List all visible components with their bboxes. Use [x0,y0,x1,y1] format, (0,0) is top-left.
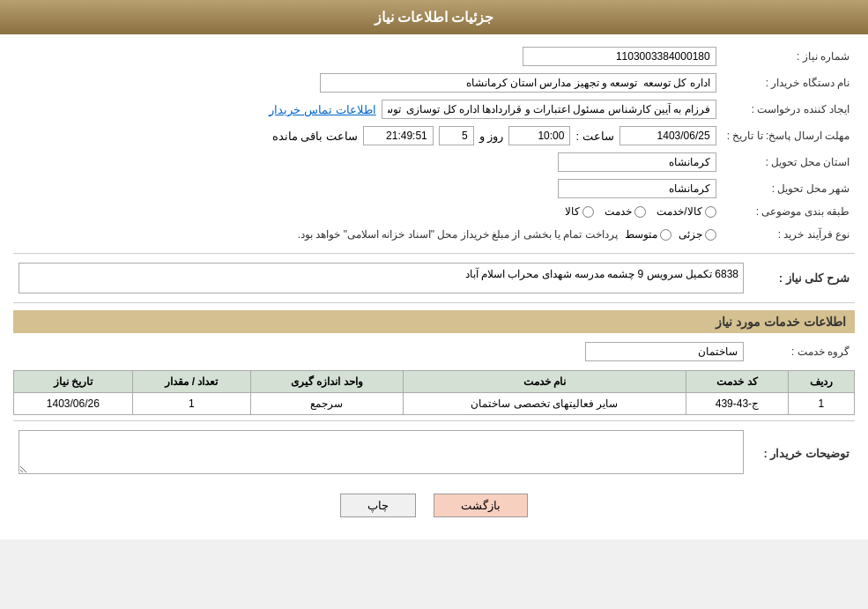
col-tarikh: تاریخ نیاز [14,371,133,393]
mohlet-cell: ساعت : روز و ساعت باقی مانده [13,123,722,149]
kala-label: کالا [565,205,580,218]
info-table: شماره نیاز : نام دستگاه خریدار : [13,43,855,248]
page-title: جزئیات اطلاعات نیاز [375,10,494,25]
ijad-konande-input[interactable] [382,100,716,119]
radio-khadamat-input[interactable] [634,206,646,218]
row-tozihat: توضیحات خریدار : [13,427,855,480]
ostan-input[interactable] [558,152,716,172]
baqi-mande-label: ساعت باقی مانده [272,130,358,143]
empty-cell-1 [40,43,216,70]
group-table: گروه خدمت : [13,338,855,365]
row-shahr: شهر محل تحویل : [13,175,855,202]
process-description: پرداخت تمام یا بخشی از مبلغ خریداز محل "… [298,228,618,241]
row-nam-dastgah: نام دستگاه خریدار : [13,70,855,96]
shahr-label: شهر محل تحویل : [722,175,855,202]
services-tbody: 1ج-43-439سایر فعالیتهای تخصصی ساختمانسرج… [14,393,855,415]
back-button[interactable]: بازگشت [434,494,528,517]
services-section-title: اطلاعات خدمات مورد نیاز [13,310,855,333]
shomara-niaz-cell [216,43,722,70]
divider-3 [13,420,855,421]
nooe-farayand-label: نوع فرآیند خرید : [722,221,855,248]
roz-label: روز و [479,130,504,143]
group-cell [13,338,749,365]
divider-1 [13,253,855,254]
row-sharh: شرح کلی نیاز : 6838 تکمیل سرویس 9 چشمه م… [13,259,855,297]
radio-jozii-input[interactable] [705,229,716,241]
nam-dastgah-label: نام دستگاه خریدار : [722,70,855,96]
process-group: جزئی متوسط پرداخت تمام یا بخشی از مبلغ خ… [19,225,716,244]
radio-kala-khadamat[interactable]: کالا/خدمت [657,205,716,218]
radio-kala-khadamat-input[interactable] [705,206,716,218]
print-button[interactable]: چاپ [340,494,416,517]
page-container: جزئیات اطلاعات نیاز شماره نیاز : نام دست… [0,0,868,539]
saat-label: ساعت : [575,130,613,143]
cell-unit: سرجمع [251,393,403,415]
jozii-label: جزئی [679,228,702,241]
cell-code: ج-43-439 [686,393,788,415]
group-input[interactable] [585,342,744,361]
nam-dastgah-input[interactable] [320,73,716,93]
cell-tedad: 1 [132,393,251,415]
shahr-cell [13,175,722,202]
services-table-header: ردیف کد خدمت نام خدمت واحد اندازه گیری ت… [14,371,855,393]
row-shomara-niaz: شماره نیاز : [13,43,855,70]
divider-2 [13,302,855,303]
group-label: گروه خدمت : [749,338,855,365]
ijad-konande-group: اطلاعات تماس خریدار [19,100,716,119]
row-ijad-konande: ایجاد کننده درخواست : اطلاعات تماس خریدا… [13,96,855,123]
cell-radif: 1 [788,393,854,415]
ijad-konande-cell: اطلاعات تماس خریدار [13,96,722,123]
radio-motawaset-input[interactable] [660,229,671,241]
table-row: 1ج-43-439سایر فعالیتهای تخصصی ساختمانسرج… [14,393,855,415]
radio-kala[interactable]: کالا [565,205,594,218]
motawaset-label: متوسط [625,228,657,241]
tozihat-cell [13,427,749,480]
cell-name: سایر فعالیتهای تخصصی ساختمان [403,393,686,415]
ostan-label: استان محل تحویل : [722,149,855,175]
col-tedad: تعداد / مقدار [132,371,251,393]
radio-khadamat[interactable]: خدمت [605,205,646,218]
row-nooe-farayand: نوع فرآیند خرید : جزئی متوسط پرداخت [13,221,855,248]
row-tabaqe: طبقه بندی موضوعی : کالا/خدمت خدمت [13,202,855,221]
content-area: شماره نیاز : نام دستگاه خریدار : [0,34,868,539]
tozihat-label: توضیحات خریدار : [749,427,855,480]
sharh-box: 6838 تکمیل سرویس 9 چشمه مدرسه شهدای محرا… [19,263,744,293]
row-group: گروه خدمت : [13,338,855,365]
col-name: نام خدمت [403,371,686,393]
kala-khadamat-label: کالا/خدمت [657,205,701,218]
sharh-label: شرح کلی نیاز : [749,259,855,297]
mohlet-group: ساعت : روز و ساعت باقی مانده [19,126,716,145]
col-unit: واحد اندازه گیری [251,371,403,393]
radio-motawaset[interactable]: متوسط [625,228,671,241]
tabaqe-label: طبقه بندی موضوعی : [722,202,855,221]
empty-cell-2 [13,43,40,70]
tozihat-table: توضیحات خریدار : [13,427,855,480]
col-radif: ردیف [788,371,854,393]
row-mohlet: مهلت ارسال پاسخ: تا تاریخ : ساعت : روز و… [13,123,855,149]
tabaqe-cell: کالا/خدمت خدمت کالا [13,202,722,221]
tabaqe-radio-group: کالا/خدمت خدمت کالا [19,205,716,218]
tozihat-textarea[interactable] [19,430,744,474]
shahr-input[interactable] [558,179,716,198]
tarikh-input[interactable] [619,126,716,145]
shomara-niaz-input[interactable] [523,47,716,66]
ostan-cell [13,149,722,175]
radio-jozii[interactable]: جزئی [679,228,716,241]
row-ostan: استان محل تحویل : [13,149,855,175]
mohlet-label: مهلت ارسال پاسخ: تا تاریخ : [722,123,855,149]
services-table: ردیف کد خدمت نام خدمت واحد اندازه گیری ت… [13,370,855,415]
ijad-konande-link[interactable]: اطلاعات تماس خریدار [269,103,375,116]
sharh-table: شرح کلی نیاز : 6838 تکمیل سرویس 9 چشمه م… [13,259,855,297]
nam-dastgah-cell [13,70,722,96]
shomara-niaz-label: شماره نیاز : [722,43,855,70]
radio-kala-input[interactable] [582,206,594,218]
ijad-konande-label: ایجاد کننده درخواست : [722,96,855,123]
header-bar: جزئیات اطلاعات نیاز [0,0,868,34]
roz-input[interactable] [439,126,474,145]
cell-tarikh: 1403/06/26 [14,393,133,415]
saat-input[interactable] [508,126,570,145]
baqi-mande-input[interactable] [363,126,434,145]
khadamat-label: خدمت [605,205,632,218]
buttons-row: بازگشت چاپ [13,494,855,517]
nooe-farayand-cell: جزئی متوسط پرداخت تمام یا بخشی از مبلغ خ… [13,221,722,248]
